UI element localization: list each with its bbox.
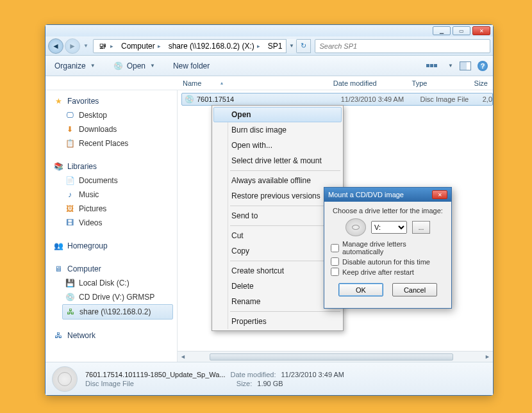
minimize-button[interactable]: ▁	[433, 26, 451, 35]
sidebar-videos[interactable]: 🎞Videos	[53, 216, 177, 230]
scroll-left-arrow[interactable]: ◄	[178, 352, 188, 362]
browse-button[interactable]: ...	[412, 221, 430, 234]
ctx-rename[interactable]: Rename	[213, 294, 342, 309]
cb-keep-drive-input[interactable]	[331, 268, 339, 276]
refresh-button[interactable]: ↻	[297, 39, 311, 53]
file-row[interactable]: 💿 7601.17514 11/23/2010 3:49 AM Disc Ima…	[181, 93, 493, 106]
cb-disable-autorun-input[interactable]	[331, 257, 339, 266]
documents-icon: 📄	[65, 175, 75, 186]
dialog-instruction: Choose a drive letter for the image:	[331, 207, 445, 215]
breadcrumb-share[interactable]: share (\\192.168.0.2) (X:)	[169, 42, 254, 51]
sidebar-documents[interactable]: 📄Documents	[53, 174, 177, 188]
organize-menu[interactable]: Organize▼	[51, 60, 99, 72]
scroll-right-arrow[interactable]: ►	[482, 352, 493, 362]
details-pane: 7601.17514.101119-1850_Update_Sp_Wa... D…	[46, 362, 493, 395]
close-button[interactable]: ✕	[472, 26, 490, 35]
network-header[interactable]: 🖧Network	[53, 328, 177, 343]
column-name[interactable]: Name▴	[178, 79, 328, 87]
cb-keep-drive[interactable]: Keep drive after restart	[331, 268, 445, 276]
cb-manage-auto-input[interactable]	[331, 244, 339, 252]
ctx-shortcut[interactable]: Create shortcut	[213, 263, 342, 279]
history-dropdown[interactable]: ▼	[81, 43, 90, 49]
iso-icon: 💿	[185, 94, 194, 104]
cb-disable-autorun[interactable]: Disable autorun for this time	[331, 257, 445, 266]
ctx-sendto[interactable]: Send to	[213, 208, 342, 223]
search-box[interactable]	[315, 39, 490, 53]
cd-icon	[345, 218, 366, 236]
ctx-separator	[230, 311, 340, 312]
videos-icon: 🎞	[65, 218, 75, 228]
view-options[interactable]	[426, 61, 440, 71]
network-drive-icon: 🖧	[65, 307, 76, 317]
details-date-value: 11/23/2010 3:49 AM	[281, 371, 344, 378]
breadcrumb-computer[interactable]: Computer	[121, 42, 155, 51]
sidebar-music[interactable]: ♪Music	[53, 188, 177, 202]
computer-icon: 🖳	[97, 41, 108, 51]
column-date[interactable]: Date modified	[328, 79, 407, 87]
homegroup-icon: 👥	[53, 241, 63, 251]
help-button[interactable]: ?	[478, 61, 488, 71]
recent-icon: 📋	[65, 138, 75, 149]
details-date-label: Date modified:	[231, 371, 276, 378]
details-filename: 7601.17514.101119-1850_Update_Sp_Wa...	[85, 371, 226, 378]
new-folder-button[interactable]: New folder	[169, 60, 213, 72]
music-icon: ♪	[65, 190, 75, 200]
drive-icon: 💾	[65, 278, 75, 288]
computer-header[interactable]: 🖥Computer	[53, 262, 177, 276]
horizontal-scrollbar[interactable]: ◄ ►	[178, 351, 493, 362]
scroll-thumb[interactable]	[210, 353, 453, 360]
details-filetype: Disc Image File	[85, 380, 134, 387]
titlebar: ▁ ▭ ✕	[46, 25, 493, 36]
sidebar-downloads[interactable]: ⬇Downloads	[53, 122, 177, 136]
breadcrumb-dropdown[interactable]: ▼	[286, 39, 296, 53]
column-type[interactable]: Type	[407, 79, 469, 87]
sidebar-cd-drive[interactable]: 💿CD Drive (V:) GRMSP	[53, 290, 177, 304]
sidebar-share[interactable]: 🖧share (\\192.168.0.2)	[62, 304, 173, 320]
forward-button[interactable]: ►	[65, 38, 80, 54]
pictures-icon: 🖼	[65, 204, 75, 214]
details-size-value: 1.90 GB	[257, 380, 283, 387]
preview-pane-toggle[interactable]	[460, 61, 471, 70]
breadcrumb-sp1[interactable]: SP1	[268, 42, 283, 51]
back-button[interactable]: ◄	[48, 38, 63, 54]
view-dropdown[interactable]: ▼	[448, 63, 453, 69]
ctx-properties[interactable]: Properties	[213, 314, 342, 329]
ctx-select-drive[interactable]: Select drive letter & mount	[213, 153, 342, 168]
sort-caret-icon: ▴	[220, 80, 223, 86]
column-size[interactable]: Size	[469, 79, 493, 87]
sidebar-pictures[interactable]: 🖼Pictures	[53, 202, 177, 216]
ok-button[interactable]: OK	[338, 283, 383, 296]
ctx-cut[interactable]: Cut	[213, 228, 342, 243]
libraries-header[interactable]: 📚Libraries	[53, 159, 177, 174]
ctx-copy[interactable]: Copy	[213, 243, 342, 259]
ctx-restore[interactable]: Restore previous versions	[213, 188, 342, 204]
desktop-icon: 🖵	[65, 110, 75, 120]
drive-letter-select[interactable]: V:	[371, 221, 407, 234]
dialog-titlebar[interactable]: Mount a CD/DVD image ✕	[324, 188, 451, 202]
file-date: 11/23/2010 3:49 AM	[341, 95, 420, 103]
sidebar-desktop[interactable]: 🖵Desktop	[53, 108, 177, 122]
dialog-close-button[interactable]: ✕	[432, 190, 447, 199]
ctx-open[interactable]: Open	[213, 107, 342, 122]
navbar: ◄ ► ▼ 🖳▸ Computer▸ share (\\192.168.0.2)…	[46, 36, 493, 56]
ctx-openwith[interactable]: Open with...	[213, 138, 342, 153]
cb-manage-auto[interactable]: Manage drive letters automatically	[331, 240, 445, 255]
star-icon: ★	[53, 96, 63, 106]
cancel-button[interactable]: Cancel	[392, 283, 437, 296]
libraries-icon: 📚	[53, 161, 63, 172]
ctx-offline[interactable]: Always available offline	[213, 173, 342, 188]
network-icon: 🖧	[53, 330, 63, 341]
ctx-burn[interactable]: Burn disc image	[213, 122, 342, 138]
sidebar-local-disk[interactable]: 💾Local Disk (C:)	[53, 276, 177, 290]
open-menu[interactable]: 💿Open▼	[110, 59, 159, 73]
ctx-delete[interactable]: Delete	[213, 279, 342, 294]
sidebar-recent[interactable]: 📋Recent Places	[53, 136, 177, 150]
computer-icon: 🖥	[53, 264, 63, 274]
toolbar: Organize▼ 💿Open▼ New folder ▼ ?	[46, 56, 493, 76]
homegroup-header[interactable]: 👥Homegroup	[53, 239, 177, 253]
maximize-button[interactable]: ▭	[453, 26, 470, 35]
favorites-header[interactable]: ★Favorites	[53, 94, 177, 108]
search-input[interactable]	[319, 42, 486, 50]
breadcrumb[interactable]: 🖳▸ Computer▸ share (\\192.168.0.2) (X:)▸…	[93, 39, 297, 53]
nav-sidebar: ★Favorites 🖵Desktop ⬇Downloads 📋Recent P…	[46, 90, 178, 362]
